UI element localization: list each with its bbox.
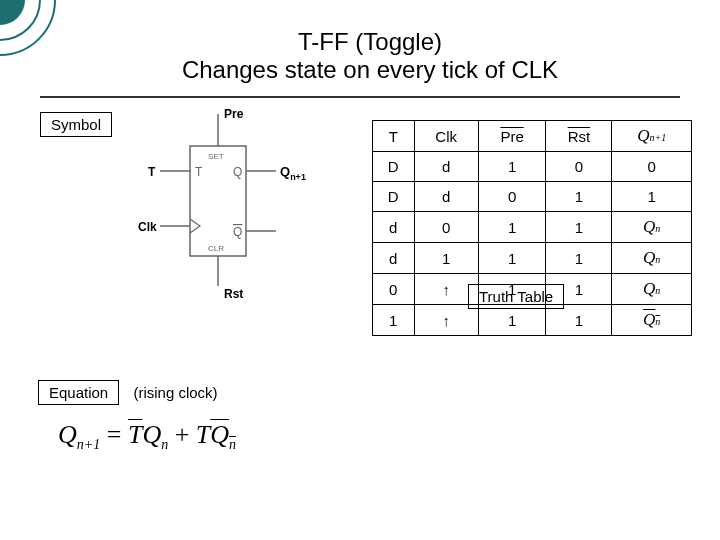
title-line-2: Changes state on every tick of CLK (60, 56, 680, 84)
svg-text:Q: Q (233, 165, 242, 179)
th-clk: Clk (414, 121, 478, 152)
th-t: T (373, 121, 415, 152)
pin-q-next: Qn+1 (280, 164, 306, 182)
pin-t-label: T (148, 165, 156, 179)
pin-rst-label: Rst (224, 287, 243, 301)
table-row: 1↑11Qn (373, 305, 692, 336)
th-pre: Pre (478, 121, 546, 152)
table-row: d111Qn (373, 243, 692, 274)
table-row: Dd100 (373, 152, 692, 182)
table-row: Dd011 (373, 182, 692, 212)
th-rst: Rst (546, 121, 612, 152)
table-row: d011Qn (373, 212, 692, 243)
th-qnext: Qn+1 (612, 121, 692, 152)
equation-label: Equation (38, 380, 119, 405)
corner-decor-icon (0, 0, 80, 80)
svg-text:T: T (195, 165, 203, 179)
pin-clr-inside: CLR (208, 244, 224, 253)
svg-text:Q: Q (233, 225, 242, 239)
pin-clk-label: Clk (138, 220, 157, 234)
tff-symbol-diagram: Pre T T Clk SET Q Qn+1 Q CLR Rst (120, 106, 320, 326)
pin-set-inside: SET (208, 152, 224, 161)
slide-title: T-FF (Toggle) Changes state on every tic… (0, 0, 720, 90)
equation-formula: Qn+1 = TQn + TQn (58, 420, 236, 453)
equation-note: (rising clock) (133, 384, 217, 401)
truth-table-label: Truth Table (468, 284, 564, 309)
svg-point-2 (0, 0, 25, 25)
pin-pre-label: Pre (224, 107, 244, 121)
svg-rect-3 (190, 146, 246, 256)
title-line-1: T-FF (Toggle) (60, 28, 680, 56)
symbol-label: Symbol (40, 112, 112, 137)
rising-edge-icon: ↑ (414, 305, 478, 336)
